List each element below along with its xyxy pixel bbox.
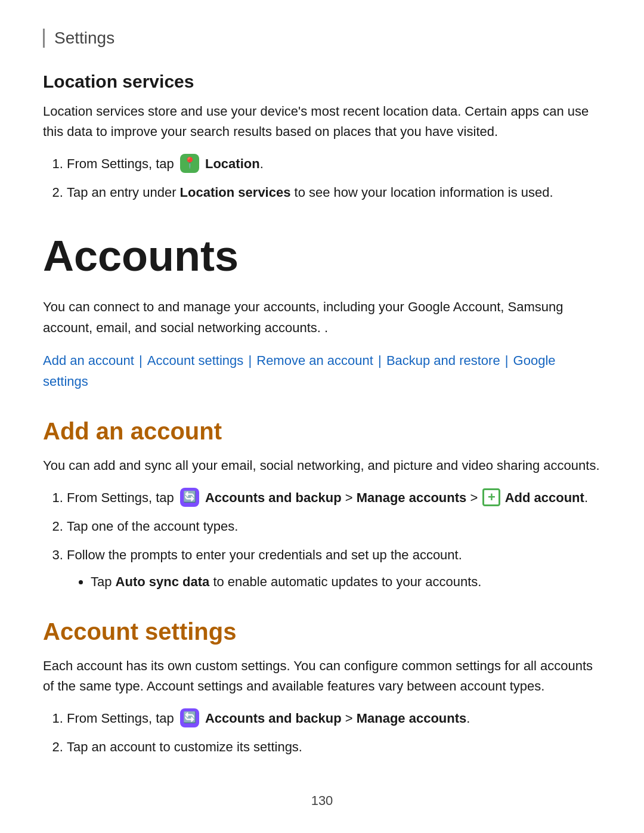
location-step-1: From Settings, tap Location. [67, 154, 601, 174]
separator-3: | [374, 353, 385, 368]
bullet-bold: Auto sync data [116, 574, 210, 589]
location-step-1-before: From Settings, tap [67, 156, 178, 171]
add-account-step-1: From Settings, tap Accounts and backup >… [67, 488, 601, 508]
settings-step-1-bold2: Manage accounts [357, 711, 467, 726]
accounts-icon-1 [180, 488, 199, 507]
settings-header-text: Settings [54, 29, 114, 47]
account-settings-step-1: From Settings, tap Accounts and backup >… [67, 708, 601, 729]
add-account-description: You can add and sync all your email, soc… [43, 456, 601, 476]
page-container: Settings Location services Location serv… [0, 0, 644, 833]
location-step-2-after: to see how your location information is … [290, 185, 553, 200]
link-backup-restore[interactable]: Backup and restore [386, 353, 500, 368]
location-services-section: Location services Location services stor… [43, 72, 601, 203]
location-icon [180, 154, 199, 173]
add-step-1-period: . [584, 490, 588, 505]
link-remove-account[interactable]: Remove an account [256, 353, 373, 368]
separator-2: | [244, 353, 255, 368]
link-add-account[interactable]: Add an account [43, 353, 134, 368]
accounts-icon-2 [180, 708, 199, 727]
account-settings-steps: From Settings, tap Accounts and backup >… [67, 708, 601, 757]
account-settings-description: Each account has its own custom settings… [43, 656, 601, 696]
add-step-1-mid2: > [466, 490, 481, 505]
settings-step-2-text: Tap an account to customize its settings… [67, 739, 302, 754]
location-step-1-period: . [260, 156, 264, 171]
account-settings-step-2: Tap an account to customize its settings… [67, 737, 601, 757]
add-step-1-mid: > [342, 490, 357, 505]
settings-step-1-mid: > [342, 711, 357, 726]
bullet-after: to enable automatic updates to your acco… [209, 574, 481, 589]
separator-4: | [501, 353, 512, 368]
add-account-step-2: Tap one of the account types. [67, 516, 601, 537]
add-step-1-before: From Settings, tap [67, 490, 178, 505]
add-account-steps: From Settings, tap Accounts and backup >… [67, 488, 601, 592]
add-plus-icon [482, 488, 500, 506]
location-services-heading: Location services [43, 72, 601, 92]
links-bar: Add an account | Account settings | Remo… [43, 350, 601, 392]
add-step-2-text: Tap one of the account types. [67, 519, 238, 534]
accounts-description: You can connect to and manage your accou… [43, 297, 601, 337]
location-step-1-bold: Location [205, 156, 260, 171]
location-step-2-bold: Location services [180, 185, 291, 200]
location-step-2-before: Tap an entry under [67, 185, 180, 200]
add-account-bullet-1: Tap Auto sync data to enable automatic u… [91, 572, 601, 592]
settings-header: Settings [43, 29, 601, 48]
accounts-main-title: Accounts [43, 231, 601, 280]
add-step-1-bold2: Manage accounts [357, 490, 467, 505]
add-account-bullets: Tap Auto sync data to enable automatic u… [91, 572, 601, 592]
location-step-2: Tap an entry under Location services to … [67, 182, 601, 203]
page-number: 130 [43, 793, 601, 809]
add-account-section: Add an account You can add and sync all … [43, 418, 601, 592]
settings-step-1-bold1: Accounts and backup [205, 711, 342, 726]
link-account-settings[interactable]: Account settings [147, 353, 243, 368]
add-account-heading: Add an account [43, 418, 601, 445]
account-settings-section: Account settings Each account has its ow… [43, 618, 601, 757]
location-steps-list: From Settings, tap Location. Tap an entr… [67, 154, 601, 203]
location-services-description: Location services store and use your dev… [43, 101, 601, 142]
account-settings-heading: Account settings [43, 618, 601, 645]
separator-1: | [135, 353, 146, 368]
add-account-step-3: Follow the prompts to enter your credent… [67, 545, 601, 592]
add-step-1-bold3: Add account [501, 490, 584, 505]
settings-step-1-period: . [466, 711, 470, 726]
bullet-before: Tap [91, 574, 116, 589]
add-step-3-text: Follow the prompts to enter your credent… [67, 547, 462, 562]
add-step-1-bold1: Accounts and backup [205, 490, 342, 505]
settings-step-1-before: From Settings, tap [67, 711, 178, 726]
